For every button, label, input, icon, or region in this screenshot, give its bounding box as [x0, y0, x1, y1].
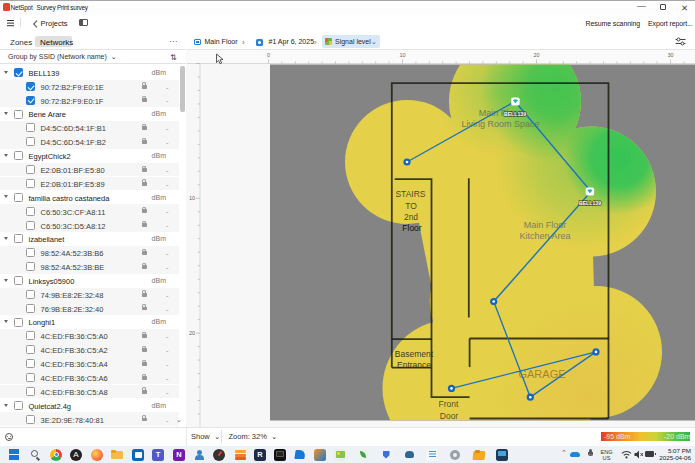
svg-text:BELL139: BELL139	[504, 110, 526, 116]
svg-text:STAIRS: STAIRS	[395, 189, 425, 199]
svg-text:Basement: Basement	[395, 348, 434, 358]
svg-text:20: 20	[533, 52, 539, 58]
svg-text:Entrance: Entrance	[397, 359, 431, 369]
svg-text:Door: Door	[440, 410, 459, 420]
svg-text:BELL139: BELL139	[579, 200, 601, 206]
svg-text:Floor: Floor	[402, 223, 422, 233]
svg-text:Front: Front	[439, 398, 459, 408]
svg-text:20: 20	[189, 330, 195, 336]
svg-text:10: 10	[399, 52, 405, 58]
svg-text:2nd: 2nd	[404, 211, 418, 221]
svg-text:10: 10	[189, 195, 195, 201]
svg-text:Main Floor: Main Floor	[524, 219, 567, 229]
svg-text:30: 30	[667, 52, 673, 58]
svg-text:0: 0	[267, 52, 270, 58]
svg-text:Living Room Space: Living Room Space	[461, 119, 539, 129]
svg-text:TO: TO	[405, 200, 417, 210]
svg-text:Kitchen Area: Kitchen Area	[519, 231, 570, 241]
